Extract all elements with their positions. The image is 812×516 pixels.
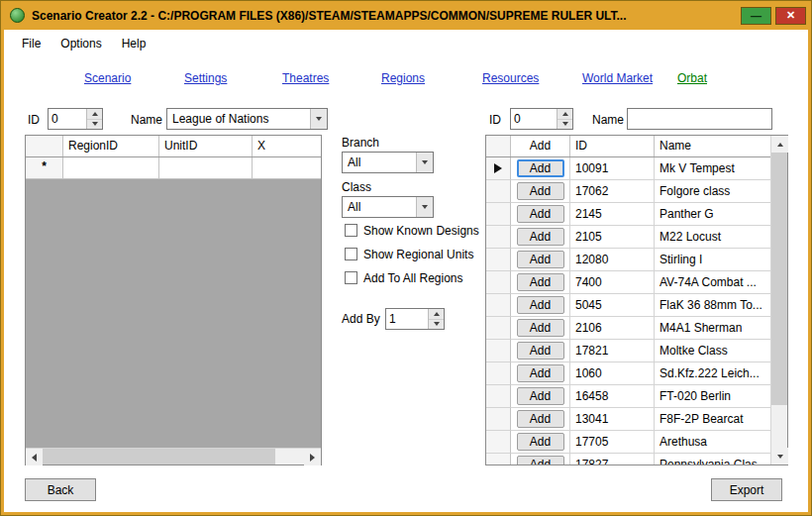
tab-resources[interactable]: Resources bbox=[482, 71, 539, 85]
spin-up-button[interactable] bbox=[429, 309, 444, 320]
spin-down-button[interactable] bbox=[429, 320, 444, 330]
row-header[interactable] bbox=[486, 249, 511, 271]
row-header[interactable] bbox=[486, 385, 511, 408]
tab-scenario[interactable]: Scenario bbox=[84, 71, 131, 85]
scrollbar-thumb[interactable] bbox=[771, 153, 787, 405]
branch-select[interactable]: All bbox=[342, 152, 434, 173]
column-header-add[interactable]: Add bbox=[511, 136, 570, 156]
row-header[interactable] bbox=[486, 454, 511, 464]
unit-id-cell[interactable]: 16458 bbox=[570, 385, 655, 408]
menu-help[interactable]: Help bbox=[112, 32, 156, 55]
unit-name-cell[interactable]: FlaK 36 88mm To... bbox=[655, 294, 770, 317]
spin-down-button[interactable] bbox=[87, 120, 102, 130]
row-header[interactable] bbox=[486, 294, 511, 317]
checkbox-add-to-all-regions[interactable]: Add To All Regions bbox=[345, 270, 463, 285]
add-button[interactable]: Add bbox=[517, 319, 564, 337]
add-button[interactable]: Add bbox=[517, 342, 564, 360]
unit-name-cell[interactable]: M4A1 Sherman bbox=[655, 317, 770, 340]
unit-id-cell[interactable]: 2106 bbox=[570, 317, 655, 340]
unit-name-cell[interactable]: M22 Locust bbox=[655, 226, 770, 249]
checkbox-icon[interactable] bbox=[345, 248, 357, 260]
add-button[interactable]: Add bbox=[517, 364, 564, 382]
unit-name-cell[interactable]: Folgore class bbox=[655, 180, 770, 203]
menu-file[interactable]: File bbox=[12, 32, 51, 55]
menu-options[interactable]: Options bbox=[51, 32, 111, 55]
row-header[interactable] bbox=[486, 203, 511, 226]
scroll-right-button[interactable] bbox=[304, 449, 321, 465]
add-button[interactable]: Add bbox=[517, 251, 564, 268]
unit-name-cell[interactable]: Mk V Tempest bbox=[655, 157, 770, 180]
unit-id-cell[interactable]: 2105 bbox=[570, 226, 655, 249]
spin-up-button[interactable] bbox=[558, 109, 572, 120]
row-header[interactable] bbox=[486, 226, 511, 249]
add-by-input[interactable] bbox=[386, 309, 428, 329]
tab-world-market[interactable]: World Market bbox=[582, 71, 653, 85]
minimize-button[interactable]: — bbox=[741, 7, 771, 25]
class-select[interactable]: All bbox=[342, 196, 434, 218]
region-select[interactable]: League of Nations bbox=[166, 108, 328, 130]
row-header[interactable] bbox=[486, 180, 511, 203]
checkbox-icon[interactable] bbox=[345, 271, 357, 284]
scrollbar-thumb[interactable] bbox=[43, 449, 275, 464]
unit-id-cell[interactable]: 17705 bbox=[570, 431, 655, 454]
add-button[interactable]: Add bbox=[517, 296, 564, 314]
scroll-down-button[interactable] bbox=[771, 448, 788, 464]
new-row-cell-x[interactable] bbox=[253, 157, 321, 179]
unit-name-cell[interactable]: Pennsylvania Clas... bbox=[655, 454, 770, 464]
spin-down-button[interactable] bbox=[558, 120, 572, 130]
vertical-scrollbar[interactable] bbox=[770, 136, 787, 464]
row-header[interactable] bbox=[486, 340, 511, 362]
add-button[interactable]: Add bbox=[517, 433, 564, 451]
scroll-left-button[interactable] bbox=[26, 449, 43, 465]
add-button[interactable]: Add bbox=[517, 182, 564, 200]
add-button[interactable]: Add bbox=[517, 159, 564, 177]
unit-name-cell[interactable]: Moltke Class bbox=[655, 340, 770, 362]
export-button[interactable]: Export bbox=[711, 478, 782, 501]
add-button[interactable]: Add bbox=[517, 273, 564, 291]
right-id-input[interactable] bbox=[511, 109, 557, 129]
checkbox-show-regional-units[interactable]: Show Regional Units bbox=[345, 247, 473, 261]
new-row-header[interactable]: * bbox=[26, 157, 63, 179]
new-row-cell-regionid[interactable] bbox=[63, 157, 159, 179]
unit-name-filter-input[interactable] bbox=[627, 108, 772, 130]
left-id-input[interactable] bbox=[49, 109, 86, 129]
tab-regions[interactable]: Regions bbox=[381, 71, 425, 85]
dropdown-arrow-icon[interactable] bbox=[416, 197, 433, 217]
dropdown-arrow-icon[interactable] bbox=[310, 109, 327, 129]
column-header-x[interactable]: X bbox=[253, 136, 321, 156]
unit-id-cell[interactable]: 7400 bbox=[570, 271, 655, 294]
unit-name-cell[interactable]: FT-020 Berlin bbox=[655, 385, 770, 408]
grid-corner[interactable] bbox=[486, 136, 511, 156]
grid-corner[interactable] bbox=[26, 136, 63, 156]
scroll-up-button[interactable] bbox=[771, 136, 788, 153]
add-by-stepper[interactable] bbox=[385, 308, 445, 330]
add-button[interactable]: Add bbox=[517, 228, 564, 246]
spin-up-button[interactable] bbox=[87, 109, 102, 120]
row-header[interactable] bbox=[486, 408, 511, 431]
left-id-stepper[interactable] bbox=[48, 108, 103, 130]
checkbox-icon[interactable] bbox=[345, 224, 357, 237]
unit-id-cell[interactable]: 17827 bbox=[570, 454, 655, 464]
close-button[interactable]: ✕ bbox=[775, 7, 806, 25]
column-header-regionid[interactable]: RegionID bbox=[63, 136, 159, 156]
unit-name-cell[interactable]: Stirling I bbox=[655, 249, 770, 271]
horizontal-scrollbar[interactable] bbox=[26, 448, 321, 464]
back-button[interactable]: Back bbox=[25, 478, 96, 501]
row-header[interactable] bbox=[486, 271, 511, 294]
tab-theatres[interactable]: Theatres bbox=[282, 71, 329, 85]
row-header[interactable] bbox=[486, 362, 511, 385]
row-header[interactable] bbox=[486, 157, 511, 180]
row-header[interactable] bbox=[486, 317, 511, 340]
add-button[interactable]: Add bbox=[517, 456, 564, 464]
unit-id-cell[interactable]: 5045 bbox=[570, 294, 655, 317]
unit-id-cell[interactable]: 17062 bbox=[570, 180, 655, 203]
right-id-stepper[interactable] bbox=[510, 108, 573, 130]
unit-id-cell[interactable]: 13041 bbox=[570, 408, 655, 431]
tab-orbat[interactable]: Orbat bbox=[677, 71, 707, 85]
checkbox-show-known-designs[interactable]: Show Known Designs bbox=[345, 223, 479, 238]
add-button[interactable]: Add bbox=[517, 410, 564, 428]
unit-id-cell[interactable]: 2145 bbox=[570, 203, 655, 226]
tab-settings[interactable]: Settings bbox=[184, 71, 227, 85]
unit-id-cell[interactable]: 1060 bbox=[570, 362, 655, 385]
new-row-cell-unitid[interactable] bbox=[159, 157, 253, 179]
